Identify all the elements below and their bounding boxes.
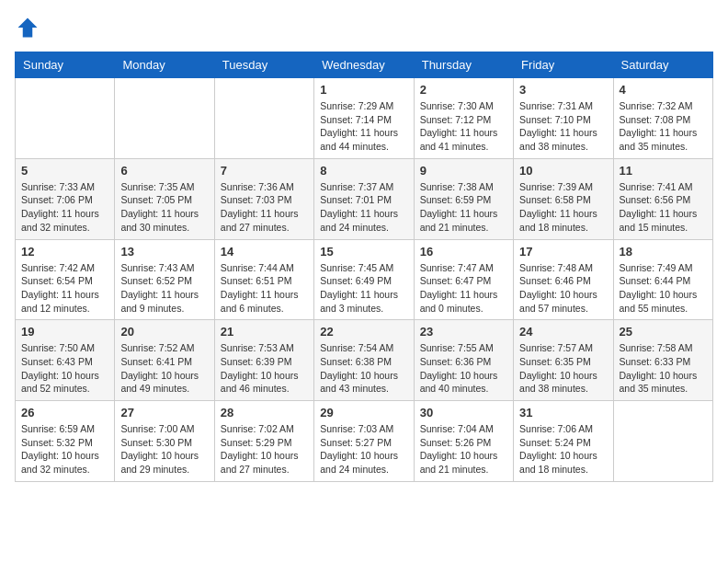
day-info: Sunrise: 7:31 AMSunset: 7:10 PMDaylight:… — [519, 99, 607, 154]
day-number: 7 — [221, 164, 308, 178]
calendar-cell: 12Sunrise: 7:42 AMSunset: 6:54 PMDayligh… — [16, 239, 115, 320]
calendar-cell: 18Sunrise: 7:49 AMSunset: 6:44 PMDayligh… — [613, 239, 712, 320]
calendar-cell — [115, 78, 214, 159]
column-header-sunday: Sunday — [16, 52, 115, 78]
day-info: Sunrise: 7:30 AMSunset: 7:12 PMDaylight:… — [420, 99, 507, 154]
calendar-cell: 27Sunrise: 7:00 AMSunset: 5:30 PMDayligh… — [115, 401, 214, 482]
column-header-tuesday: Tuesday — [214, 52, 313, 78]
day-info: Sunrise: 7:06 AMSunset: 5:24 PMDaylight:… — [519, 422, 607, 477]
day-info: Sunrise: 6:59 AMSunset: 5:32 PMDaylight:… — [21, 422, 108, 477]
page-header — [15, 15, 713, 40]
day-info: Sunrise: 7:29 AMSunset: 7:14 PMDaylight:… — [320, 99, 407, 154]
day-info: Sunrise: 7:44 AMSunset: 6:51 PMDaylight:… — [221, 261, 308, 316]
day-number: 10 — [519, 164, 607, 178]
day-info: Sunrise: 7:03 AMSunset: 5:27 PMDaylight:… — [320, 422, 407, 477]
calendar-cell: 13Sunrise: 7:43 AMSunset: 6:52 PMDayligh… — [115, 239, 214, 320]
day-number: 25 — [620, 325, 707, 339]
calendar-week-2: 12Sunrise: 7:42 AMSunset: 6:54 PMDayligh… — [16, 239, 713, 320]
day-info: Sunrise: 7:33 AMSunset: 7:06 PMDaylight:… — [21, 180, 108, 235]
day-info: Sunrise: 7:49 AMSunset: 6:44 PMDaylight:… — [620, 261, 707, 316]
calendar-cell: 26Sunrise: 6:59 AMSunset: 5:32 PMDayligh… — [16, 401, 115, 482]
day-number: 14 — [221, 245, 308, 259]
calendar-week-4: 26Sunrise: 6:59 AMSunset: 5:32 PMDayligh… — [16, 401, 713, 482]
calendar-cell: 5Sunrise: 7:33 AMSunset: 7:06 PMDaylight… — [16, 158, 115, 239]
calendar-cell: 1Sunrise: 7:29 AMSunset: 7:14 PMDaylight… — [314, 78, 414, 159]
svg-marker-0 — [18, 18, 38, 38]
day-number: 31 — [519, 406, 607, 419]
day-info: Sunrise: 7:48 AMSunset: 6:46 PMDaylight:… — [519, 261, 607, 316]
day-info: Sunrise: 7:52 AMSunset: 6:41 PMDaylight:… — [120, 341, 208, 396]
day-number: 8 — [320, 164, 407, 178]
day-number: 1 — [320, 83, 407, 97]
calendar-cell: 8Sunrise: 7:37 AMSunset: 7:01 PMDaylight… — [314, 158, 414, 239]
day-info: Sunrise: 7:39 AMSunset: 6:58 PMDaylight:… — [519, 180, 607, 235]
column-header-thursday: Thursday — [414, 52, 513, 78]
calendar-cell: 23Sunrise: 7:55 AMSunset: 6:36 PMDayligh… — [414, 320, 513, 401]
calendar-cell: 19Sunrise: 7:50 AMSunset: 6:43 PMDayligh… — [16, 320, 115, 401]
day-number: 28 — [221, 406, 308, 419]
column-header-wednesday: Wednesday — [314, 52, 414, 78]
day-info: Sunrise: 7:42 AMSunset: 6:54 PMDaylight:… — [21, 261, 108, 316]
calendar-cell: 29Sunrise: 7:03 AMSunset: 5:27 PMDayligh… — [314, 401, 414, 482]
day-info: Sunrise: 7:36 AMSunset: 7:03 PMDaylight:… — [221, 180, 308, 235]
day-number: 2 — [420, 83, 507, 97]
day-number: 12 — [21, 245, 108, 259]
calendar-cell: 31Sunrise: 7:06 AMSunset: 5:24 PMDayligh… — [514, 401, 613, 482]
day-number: 4 — [620, 83, 707, 97]
calendar-table: SundayMondayTuesdayWednesdayThursdayFrid… — [15, 52, 713, 482]
day-number: 16 — [420, 245, 507, 259]
calendar-cell: 14Sunrise: 7:44 AMSunset: 6:51 PMDayligh… — [214, 239, 313, 320]
day-info: Sunrise: 7:43 AMSunset: 6:52 PMDaylight:… — [120, 261, 208, 316]
day-number: 9 — [420, 164, 507, 178]
logo — [15, 15, 44, 40]
day-number: 6 — [120, 164, 208, 178]
day-number: 3 — [519, 83, 607, 97]
day-info: Sunrise: 7:57 AMSunset: 6:35 PMDaylight:… — [519, 341, 607, 396]
calendar-cell: 3Sunrise: 7:31 AMSunset: 7:10 PMDaylight… — [514, 78, 613, 159]
calendar-cell: 24Sunrise: 7:57 AMSunset: 6:35 PMDayligh… — [514, 320, 613, 401]
day-info: Sunrise: 7:37 AMSunset: 7:01 PMDaylight:… — [320, 180, 407, 235]
calendar-cell: 21Sunrise: 7:53 AMSunset: 6:39 PMDayligh… — [214, 320, 313, 401]
column-header-monday: Monday — [115, 52, 214, 78]
day-number: 13 — [120, 245, 208, 259]
column-header-saturday: Saturday — [613, 52, 712, 78]
calendar-week-1: 5Sunrise: 7:33 AMSunset: 7:06 PMDaylight… — [16, 158, 713, 239]
column-header-friday: Friday — [514, 52, 613, 78]
day-info: Sunrise: 7:45 AMSunset: 6:49 PMDaylight:… — [320, 261, 407, 316]
day-number: 5 — [21, 164, 108, 178]
day-number: 17 — [519, 245, 607, 259]
calendar-cell: 15Sunrise: 7:45 AMSunset: 6:49 PMDayligh… — [314, 239, 414, 320]
calendar-cell: 2Sunrise: 7:30 AMSunset: 7:12 PMDaylight… — [414, 78, 513, 159]
calendar-week-0: 1Sunrise: 7:29 AMSunset: 7:14 PMDaylight… — [16, 78, 713, 159]
day-info: Sunrise: 7:53 AMSunset: 6:39 PMDaylight:… — [221, 341, 308, 396]
day-info: Sunrise: 7:32 AMSunset: 7:08 PMDaylight:… — [620, 99, 707, 154]
calendar-cell: 7Sunrise: 7:36 AMSunset: 7:03 PMDaylight… — [214, 158, 313, 239]
calendar-cell: 22Sunrise: 7:54 AMSunset: 6:38 PMDayligh… — [314, 320, 414, 401]
day-number: 23 — [420, 325, 507, 339]
day-number: 22 — [320, 325, 407, 339]
day-number: 20 — [120, 325, 208, 339]
day-info: Sunrise: 7:38 AMSunset: 6:59 PMDaylight:… — [420, 180, 507, 235]
calendar-cell: 16Sunrise: 7:47 AMSunset: 6:47 PMDayligh… — [414, 239, 513, 320]
day-number: 15 — [320, 245, 407, 259]
calendar-cell: 30Sunrise: 7:04 AMSunset: 5:26 PMDayligh… — [414, 401, 513, 482]
day-number: 30 — [420, 406, 507, 419]
calendar-cell: 25Sunrise: 7:58 AMSunset: 6:33 PMDayligh… — [613, 320, 712, 401]
calendar-cell: 20Sunrise: 7:52 AMSunset: 6:41 PMDayligh… — [115, 320, 214, 401]
calendar-cell: 10Sunrise: 7:39 AMSunset: 6:58 PMDayligh… — [514, 158, 613, 239]
day-info: Sunrise: 7:54 AMSunset: 6:38 PMDaylight:… — [320, 341, 407, 396]
day-number: 26 — [21, 406, 108, 419]
day-info: Sunrise: 7:55 AMSunset: 6:36 PMDaylight:… — [420, 341, 507, 396]
calendar-cell: 6Sunrise: 7:35 AMSunset: 7:05 PMDaylight… — [115, 158, 214, 239]
day-info: Sunrise: 7:00 AMSunset: 5:30 PMDaylight:… — [120, 422, 208, 477]
day-number: 21 — [221, 325, 308, 339]
calendar-week-3: 19Sunrise: 7:50 AMSunset: 6:43 PMDayligh… — [16, 320, 713, 401]
day-number: 27 — [120, 406, 208, 419]
day-info: Sunrise: 7:50 AMSunset: 6:43 PMDaylight:… — [21, 341, 108, 396]
calendar-cell — [16, 78, 115, 159]
day-info: Sunrise: 7:41 AMSunset: 6:56 PMDaylight:… — [620, 180, 707, 235]
day-info: Sunrise: 7:35 AMSunset: 7:05 PMDaylight:… — [120, 180, 208, 235]
day-info: Sunrise: 7:58 AMSunset: 6:33 PMDaylight:… — [620, 341, 707, 396]
calendar-cell: 28Sunrise: 7:02 AMSunset: 5:29 PMDayligh… — [214, 401, 313, 482]
calendar-cell: 11Sunrise: 7:41 AMSunset: 6:56 PMDayligh… — [613, 158, 712, 239]
